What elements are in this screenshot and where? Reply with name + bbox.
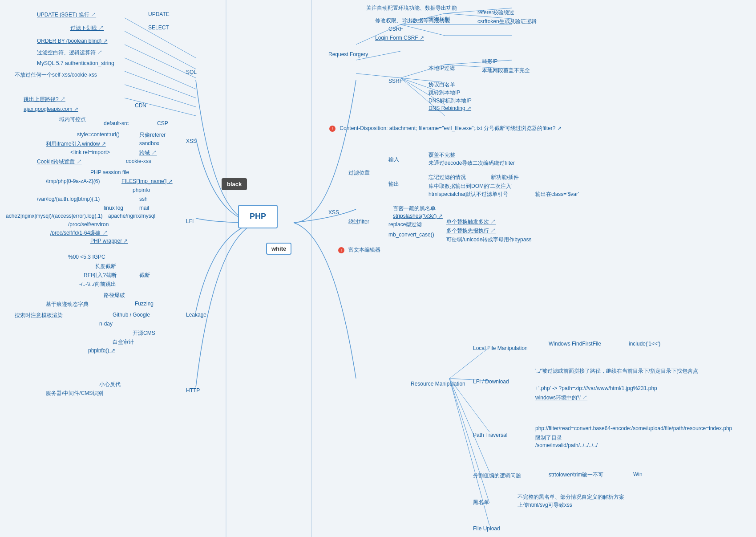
- github-google-item-label: 搜索时注意模板渲染: [13, 312, 64, 319]
- cdn-item-control: 域内可控点: [58, 116, 87, 123]
- xss-item-link: <link rel=import>: [69, 149, 111, 155]
- sql-filter-line[interactable]: 过滤下划线 ↗: [69, 24, 105, 32]
- cdn-jump-label[interactable]: 跳出上层路径? ↗: [22, 96, 67, 103]
- lfi-dl-item-3: windows环境中的'\' ↗: [534, 394, 589, 402]
- sql-update-label: UPDATE: [147, 11, 171, 18]
- xss-item-kuayu: 跨域 ↗: [138, 149, 158, 157]
- input-label: 输入: [387, 156, 400, 163]
- truncation-item-relative: -/..-\\../向前跳出: [78, 281, 117, 288]
- lfi-dl-item-3-label[interactable]: windows环境中的'\' ↗: [534, 394, 589, 401]
- white-label: white: [266, 243, 291, 255]
- http-item-fanli: 小心反代: [98, 381, 122, 388]
- leakage-nday-label: n-day: [98, 320, 114, 327]
- ssrf-dns: DNS解析到本地IP: [427, 97, 473, 105]
- local-file-include-label: include('1<<'): [627, 340, 662, 347]
- sql-item-mysql57: MySQL 5.7 authentication_string: [36, 60, 116, 66]
- lfi-apache-path: ache2|nginx|mysql)/(access|error).log(.1…: [4, 213, 104, 219]
- sql-select-label: SELECT: [147, 24, 170, 31]
- cdn-label-node: CDN: [133, 102, 148, 109]
- sql-item-filter: 过滤下划线 ↗: [69, 24, 105, 32]
- local-ip-incomplete: 本地网段覆盖不完全: [481, 67, 531, 74]
- fuzzing-label-text: Fuzzing: [133, 300, 155, 307]
- leakage-node: Leakage: [185, 312, 208, 318]
- lfi-files-tmp: FILES['tmp_name'] ↗: [120, 178, 174, 184]
- output-item-plugin: 新功能/插件: [489, 174, 520, 181]
- csp-label-node: CSP: [156, 120, 170, 126]
- xss-referer-label: 只偷referer: [138, 131, 167, 138]
- sql-mysql57-label: MySQL 5.7 authentication_string: [36, 60, 116, 67]
- blacklist-label: 黑名单: [472, 499, 490, 506]
- local-file-windows: Windows FindFirstFile: [547, 341, 602, 347]
- bypass-item-mbconvert: mb_convert_case(): [387, 232, 436, 238]
- sql-update-getlink[interactable]: UPDATE ($GET) 换行 ↗: [36, 11, 97, 18]
- xss-item-cookie-cross: Cookie跨域置置 ↗: [36, 158, 83, 166]
- fangyu-label-node: 防御机制: [427, 16, 451, 23]
- lfi-tmp-php-label: /tmp/php[0-9a-zA-Z](6): [44, 178, 101, 185]
- xss-iframe-label[interactable]: 利用iframe引入window ↗: [44, 140, 107, 147]
- php-label: PHP: [238, 205, 278, 228]
- rich-text-label: 富文本编辑器: [347, 246, 382, 253]
- csrf-label-node: CSRF: [387, 26, 404, 32]
- leakage-label: Leakage: [185, 311, 208, 318]
- lfi-files-tmp-label[interactable]: FILES['tmp_name'] ↗: [120, 178, 174, 185]
- truncation-label: 截断: [138, 272, 151, 279]
- leakage-phpinfo-label[interactable]: phpinfo() ↗: [87, 347, 117, 354]
- lfi-apache: apache/nginx/mysql: [107, 213, 157, 219]
- resource-manipulation-label: Resource Manipulation: [409, 380, 467, 387]
- csp-label: CSP: [156, 120, 170, 127]
- warn-icon-2: !: [338, 247, 344, 253]
- local-ip-jiying-label: 畸形IP: [481, 58, 499, 65]
- bypass-blacklist-label: 百密一疏的黑名单: [392, 205, 437, 212]
- lfi-var-log: /var/log/(auth.log|btmp)(.1): [36, 196, 101, 202]
- path-traversal-label: Path Traversal: [472, 432, 509, 438]
- sql-item-select: SELECT: [147, 24, 170, 31]
- cdn-ajax-label[interactable]: ajax.googleapis.com ↗: [22, 106, 80, 113]
- ssrf-jump-label: 跳转到本地IP: [427, 89, 461, 96]
- lfi-left-label: LFI: [185, 218, 195, 225]
- svg-line-27: [449, 378, 489, 472]
- xss-kuayu-label[interactable]: 跨域 ↗: [138, 149, 158, 156]
- xss-cookie-cross-label[interactable]: Cookie跨域置置 ↗: [36, 158, 83, 165]
- warn-icon: !: [329, 126, 336, 132]
- resource-manipulation-node: Resource Manipulation: [409, 381, 467, 387]
- bypass-multi-label[interactable]: 多个替换先报执行 ↗: [445, 227, 497, 234]
- lfi-php-wrapper-label[interactable]: PHP wrapper ↗: [89, 237, 129, 244]
- svg-line-24: [449, 347, 489, 378]
- input-decode-label: 未通过decode导致二次编码绕过filter: [427, 159, 516, 167]
- truncation-long-label: 长度截断: [93, 263, 117, 270]
- truncation-relative-label: -/..-\\../向前跳出: [78, 281, 117, 288]
- lfi-php-session: PHP session file: [89, 169, 130, 175]
- xss-sandbox-label: sandbox: [138, 140, 161, 147]
- svg-line-18: [445, 60, 512, 65]
- path-traversal-text: Path Traversal: [472, 431, 509, 439]
- filter-position-text: 过滤位置: [347, 169, 371, 176]
- bypass-stripslashes-label[interactable]: stripslashes('\x3e') ↗: [392, 212, 444, 220]
- ssrf-dns-rebinding-label[interactable]: DNS Rebinding ↗: [427, 105, 473, 112]
- filter-position-label: 过滤位置: [347, 169, 371, 177]
- sql-whitespace-label[interactable]: 过滤空白符、逻辑运算符 ↗: [36, 49, 104, 56]
- lfi-var-log-label: /var/log/(auth.log|btmp)(.1): [36, 195, 101, 203]
- local-ip-incomplete-label: 本地网段覆盖不完全: [481, 67, 531, 74]
- blacklist-text: 黑名单: [472, 499, 490, 506]
- output-label: 输出: [387, 180, 400, 188]
- black-box-node: black: [222, 178, 247, 190]
- lfi-proc-fd-label[interactable]: /proc/self/fd/1-64爆破 ↗: [49, 229, 109, 236]
- login-form-csrf-label[interactable]: Login Form CSRF ↗: [374, 34, 425, 41]
- csrf-label: CSRF: [387, 25, 404, 33]
- ssrf-label-node: SSRF: [387, 78, 404, 84]
- lfi-proc-environ-label: /proc/self/environ: [67, 221, 110, 228]
- csp-default-label: default-src: [102, 120, 130, 127]
- bypass-single-label[interactable]: 单个替换触发多次 ↗: [445, 218, 497, 225]
- split-logic-item-win: Win: [632, 471, 644, 477]
- ssrf-label: SSRF: [387, 77, 404, 85]
- lfi-phpinfo: phpinfo: [131, 187, 151, 193]
- rich-text-node: ! 富文本编辑器: [338, 246, 382, 254]
- xss-item-iframe: 利用iframe引入window ↗: [44, 140, 107, 148]
- bypass-mbconvert-label: mb_convert_case(): [387, 231, 436, 238]
- lfi-left-node: LFI: [185, 218, 195, 224]
- request-forgery-label: Request Forgery: [327, 51, 369, 58]
- lfi-tmp-php: /tmp/php[0-9a-zA-Z](6): [44, 178, 101, 184]
- http-item-server: 服务器/中间件/CMS识别: [44, 390, 105, 397]
- sql-orderby-label[interactable]: ORDER BY (boolean blind) ↗: [36, 37, 109, 45]
- ssrf-protocol: 协议白名单: [427, 81, 457, 89]
